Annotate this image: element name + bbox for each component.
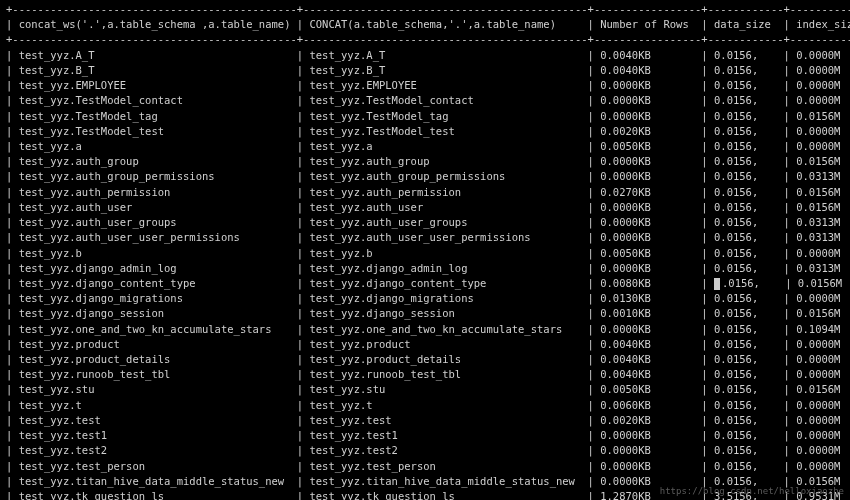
terminal-output: +---------------------------------------… (0, 0, 850, 500)
table-row: | test_yyz.test | test_yyz.test | 0.0020… (6, 413, 844, 428)
table-row: | test_yyz.TestModel_contact | test_yyz.… (6, 93, 844, 108)
table-row: | test_yyz.runoob_test_tbl | test_yyz.ru… (6, 367, 844, 382)
table-row: | test_yyz.django_admin_log | test_yyz.d… (6, 261, 844, 276)
table-row: | test_yyz.product_details | test_yyz.pr… (6, 352, 844, 367)
table-row: | test_yyz.B_T | test_yyz.B_T | 0.0040KB… (6, 63, 844, 78)
table-row: | test_yyz.auth_group | test_yyz.auth_gr… (6, 154, 844, 169)
table-row: | test_yyz.a | test_yyz.a | 0.0050KB | 0… (6, 139, 844, 154)
table-separator: +---------------------------------------… (6, 32, 844, 47)
table-row: | test_yyz.stu | test_yyz.stu | 0.0050KB… (6, 382, 844, 397)
table-row: | test_yyz.test_person | test_yyz.test_p… (6, 459, 844, 474)
table-row: | test_yyz.django_session | test_yyz.dja… (6, 306, 844, 321)
table-row: | test_yyz.t | test_yyz.t | 0.0060KB | 0… (6, 398, 844, 413)
table-row: | test_yyz.django_content_type | test_yy… (6, 276, 844, 291)
table-row: | test_yyz.test1 | test_yyz.test1 | 0.00… (6, 428, 844, 443)
table-row: | test_yyz.TestModel_test | test_yyz.Tes… (6, 124, 844, 139)
table-row: | test_yyz.auth_group_permissions | test… (6, 169, 844, 184)
table-row: | test_yyz.auth_user_groups | test_yyz.a… (6, 215, 844, 230)
table-header-row: | concat_ws('.',a.table_schema ,a.table_… (6, 17, 844, 32)
text-cursor (714, 278, 720, 290)
table-row: | test_yyz.TestModel_tag | test_yyz.Test… (6, 109, 844, 124)
table-row: | test_yyz.b | test_yyz.b | 0.0050KB | 0… (6, 246, 844, 261)
table-row: | test_yyz.EMPLOYEE | test_yyz.EMPLOYEE … (6, 78, 844, 93)
watermark: https://blog.csdn.net/helloxiaozhe (660, 485, 844, 498)
table-row: | test_yyz.product | test_yyz.product | … (6, 337, 844, 352)
table-row: | test_yyz.A_T | test_yyz.A_T | 0.0040KB… (6, 48, 844, 63)
table-row: | test_yyz.auth_user | test_yyz.auth_use… (6, 200, 844, 215)
table-row: | test_yyz.one_and_two_kn_accumulate_sta… (6, 322, 844, 337)
table-row: | test_yyz.django_migrations | test_yyz.… (6, 291, 844, 306)
table-separator: +---------------------------------------… (6, 2, 844, 17)
table-row: | test_yyz.auth_permission | test_yyz.au… (6, 185, 844, 200)
table-row: | test_yyz.auth_user_user_permissions | … (6, 230, 844, 245)
table-row: | test_yyz.test2 | test_yyz.test2 | 0.00… (6, 443, 844, 458)
